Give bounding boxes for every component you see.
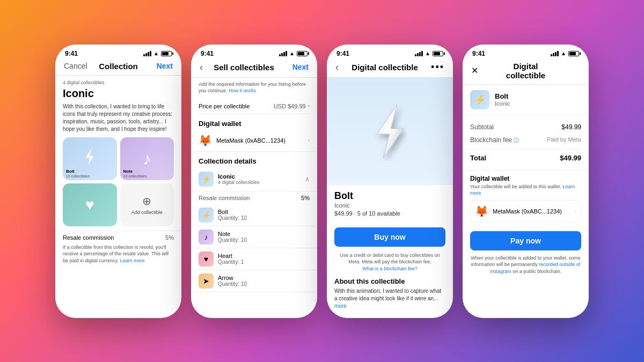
- chevron-right-icon-4: ›: [575, 208, 576, 214]
- signal-icon-3: [415, 51, 423, 56]
- s2-subtitle: Add the required information for your li…: [191, 78, 317, 99]
- s1-bolt-name: Bolt: [66, 169, 75, 174]
- nav-title-4: Digital collectible: [495, 62, 557, 80]
- nav-title-1: Collection: [87, 62, 149, 71]
- collection-info: ⚡ Iconic 4 digital collectibles: [199, 172, 260, 187]
- learn-more-link[interactable]: Learn more: [120, 258, 144, 263]
- screen-4-content: ⚡ Bolt Iconic Subtotal $49.99 Blockchain…: [463, 85, 589, 318]
- fee-value: Paid by Meta: [547, 136, 581, 144]
- resale-value: 5%: [165, 234, 174, 241]
- cancel-button[interactable]: Cancel: [64, 62, 87, 70]
- s3-buy-note: Use a credit or debit card to buy collec…: [327, 252, 453, 272]
- price-value: USD $49.99 ›: [274, 103, 310, 109]
- s1-note-name: Note: [123, 169, 133, 174]
- svg-marker-1: [377, 105, 404, 158]
- learn-more-link-4[interactable]: Learn more: [470, 184, 575, 196]
- s1-grid: Bolt 10 collectibles ♪ Note 10 collectib…: [55, 137, 181, 231]
- s3-item-collection: Iconic: [334, 202, 445, 209]
- pay-now-button[interactable]: Pay now: [470, 231, 581, 250]
- fee-row: Blockchain fee ⓘ Paid by Meta: [470, 134, 581, 147]
- note-icon: ♪: [143, 149, 151, 168]
- signal-icon: [143, 51, 151, 56]
- time-1: 9:41: [65, 50, 78, 57]
- time-4: 9:41: [472, 50, 485, 57]
- status-bar-1: 9:41 ▲: [55, 45, 181, 60]
- s2-resale-val: 5%: [301, 195, 310, 201]
- metamask-icon-2: 🦊: [199, 134, 212, 147]
- s2-resale-row: Resale commission 5%: [191, 191, 317, 204]
- phone-2: 9:41 ▲ ‹ Sell collectibles Next Add the …: [191, 45, 317, 318]
- collection-count-2: 4 digital collectibles: [218, 180, 260, 185]
- heart-icon: ♥: [85, 196, 94, 213]
- s2-price-section: Price per collectible USD $49.99 ›: [191, 99, 317, 114]
- battery-icon: [161, 51, 172, 56]
- s4-wallet-row[interactable]: 🦊 MetaMask (0xABC...1234) ›: [470, 200, 581, 223]
- add-collectible-button[interactable]: ⊕ Add collectible: [120, 183, 174, 226]
- s4-wallet-desc: Your collectible will be added to this w…: [470, 183, 581, 197]
- collection-icon: ⚡: [199, 172, 214, 187]
- close-button-4[interactable]: ✕: [471, 65, 495, 76]
- s1-card-note[interactable]: ♪ Note 10 collectibles: [120, 137, 174, 180]
- collection-header[interactable]: ⚡ Iconic 4 digital collectibles ∧: [191, 167, 317, 191]
- heart-item-icon: ♥: [199, 252, 214, 267]
- s1-description: With this collection, I wanted to bring …: [55, 101, 181, 137]
- status-bar-2: 9:41 ▲: [191, 45, 317, 60]
- s3-item-name: Bolt: [334, 190, 445, 202]
- price-label: Price per collectible: [199, 103, 250, 109]
- collection-name-2: Iconic: [218, 173, 260, 180]
- buy-now-button[interactable]: Buy now: [334, 227, 445, 247]
- subtotal-row: Subtotal $49.99: [470, 121, 581, 134]
- s4-price-section: Subtotal $49.99 Blockchain fee ⓘ Paid by…: [463, 115, 589, 171]
- arrow-item-icon: ➤: [199, 274, 214, 289]
- s1-resale-desc: If a collectible from this collection is…: [55, 244, 181, 269]
- nav-bar-3: ‹ Digital collectible •••: [327, 60, 453, 78]
- more-link[interactable]: more: [334, 303, 347, 309]
- wallet-row-2[interactable]: 🦊 MetaMask (0xABC...1234) ›: [191, 130, 317, 152]
- subtotal-value: $49.99: [561, 123, 581, 131]
- chevron-up-icon: ∧: [305, 175, 310, 183]
- total-value: $49.99: [560, 154, 581, 162]
- s3-about-title: About this collectible: [327, 272, 453, 287]
- subtotal-label: Subtotal: [470, 123, 494, 131]
- add-icon: ⊕: [142, 195, 151, 208]
- more-button-3[interactable]: •••: [431, 62, 444, 73]
- s1-resale-row[interactable]: Resale commission 5%: [55, 231, 181, 244]
- recorded-link[interactable]: recorded outside of Instagram: [490, 262, 581, 274]
- phone-3: 9:41 ▲ ‹ Digital collectible •••: [327, 45, 453, 318]
- status-bar-3: 9:41 ▲: [327, 45, 453, 60]
- how-it-works-link[interactable]: How it works: [229, 88, 256, 93]
- s4-item-collection: Iconic: [495, 100, 510, 107]
- next-button-1[interactable]: Next: [149, 62, 173, 70]
- battery-icon-2: [297, 51, 308, 56]
- heart-item-qty: Quantity: 1: [218, 259, 244, 265]
- hero-bolt-svg: [366, 102, 414, 161]
- svg-marker-0: [85, 147, 94, 166]
- s4-wallet-title: Digital wallet: [470, 175, 581, 182]
- total-label: Total: [470, 154, 486, 162]
- s2-item-heart: ♥ Heart Quantity: 1: [191, 248, 317, 270]
- fee-label: Blockchain fee ⓘ: [470, 136, 519, 144]
- s3-about-text: With this animation, I wanted to capture…: [327, 287, 453, 310]
- resale-label: Resale commission: [63, 234, 114, 241]
- blockchain-fee-link[interactable]: What is a blockchain fee?: [362, 266, 418, 271]
- phone-1: 9:41 ▲ Cancel Collection Next 4 digital …: [55, 45, 181, 318]
- note-item-name: Note: [218, 231, 247, 237]
- note-item-qty: Quantity: 10: [218, 237, 247, 243]
- s1-card-heart[interactable]: ♥: [63, 183, 117, 226]
- phone-4: 9:41 ▲ ✕ Digital collectible ⚡ Bolt Icon…: [463, 45, 589, 318]
- arrow-item-name: Arrow: [218, 275, 247, 281]
- wifi-icon: ▲: [153, 50, 159, 56]
- chevron-right-icon: ›: [308, 103, 310, 109]
- s1-bolt-count: 10 collectibles: [66, 174, 90, 178]
- s3-hero-image: [327, 78, 453, 185]
- next-button-2[interactable]: Next: [285, 63, 309, 71]
- s1-note-count: 10 collectibles: [123, 174, 147, 178]
- nav-bar-4: ✕ Digital collectible: [463, 60, 589, 85]
- wallet-name-2: MetaMask (0xABC...1234): [216, 137, 304, 144]
- price-row[interactable]: Price per collectible USD $49.99 ›: [199, 99, 310, 114]
- signal-icon-4: [551, 51, 559, 56]
- s1-card-bolt[interactable]: Bolt 10 collectibles: [63, 137, 117, 180]
- status-bar-4: 9:41 ▲: [463, 45, 589, 60]
- status-icons-4: ▲: [551, 50, 579, 56]
- wallet-name-4: MetaMask (0xABC...1234): [493, 208, 570, 215]
